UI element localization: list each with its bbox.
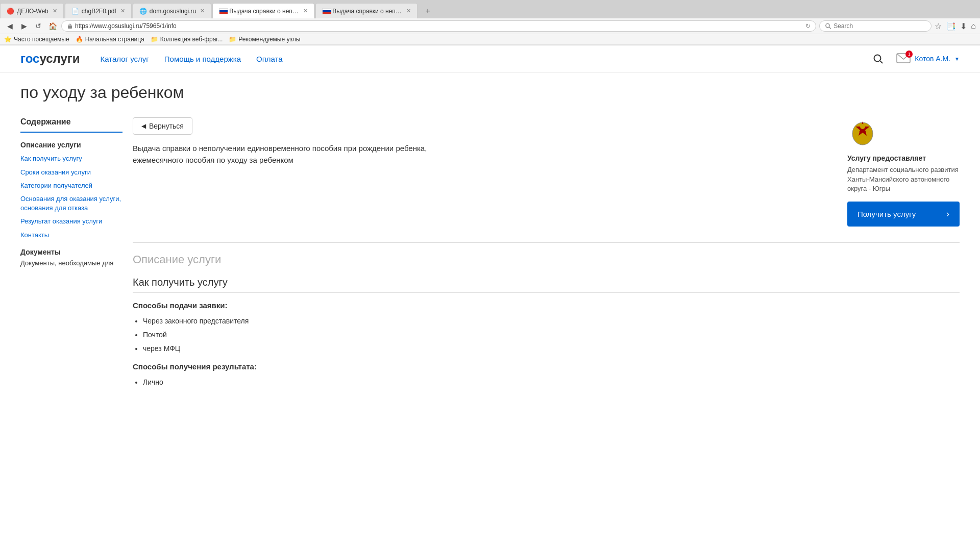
nav-bar: ◀ ▶ ↺ 🏠 ↻ ☆ 📑 ⬇ ⌂ <box>0 18 980 34</box>
bookmark-home[interactable]: 🔥 Начальная страница <box>76 36 144 43</box>
way-item-3: через МФЦ <box>143 343 960 354</box>
bookmark-collection[interactable]: 📁 Коллекция веб-фраг... <box>151 36 223 43</box>
svg-rect-0 <box>68 26 72 29</box>
sidebar-link-timing[interactable]: Сроки оказания услуги <box>20 168 122 177</box>
tab-icon-pdf: 📄 <box>71 8 79 15</box>
home-button[interactable]: 🏠 <box>47 20 58 32</box>
tab-close-second[interactable]: ✕ <box>406 8 411 14</box>
refresh-icon[interactable]: ↻ <box>805 22 811 30</box>
tab-close-delo[interactable]: ✕ <box>53 8 57 14</box>
logo-uslugi: услуги <box>39 52 80 65</box>
sidebar-docs-sub: Документы, необходимые для <box>20 259 122 267</box>
tab-icon-dom: 🌐 <box>139 8 146 15</box>
tab-second[interactable]: Выдача справки о непол... ✕ <box>315 3 418 18</box>
sidebar-docs-title: Документы <box>20 248 122 256</box>
svg-line-2 <box>829 27 831 29</box>
coat-of-arms-icon <box>847 117 878 148</box>
lock-icon <box>67 23 73 29</box>
bookmark-star-icon[interactable]: ☆ <box>935 21 942 31</box>
tab-icon-active <box>219 8 226 15</box>
tab-close-pdf[interactable]: ✕ <box>120 8 125 14</box>
svg-point-8 <box>860 124 865 129</box>
results-list: Лично <box>133 377 960 388</box>
tab-icon-delo: 🔴 <box>7 8 14 15</box>
search-bar[interactable] <box>819 20 932 32</box>
sidebar-section-title: Описание услуги <box>20 141 122 149</box>
browser-chrome: 🔴 ДЕЛО-Web ✕ 📄 chgB2F0.pdf ✕ 🌐 dom.gosus… <box>0 0 980 45</box>
sidebar-link-contacts[interactable]: Контакты <box>20 231 122 240</box>
site-header: госуслуги Каталог услуг Помощь и поддерж… <box>0 45 980 72</box>
download-icon[interactable]: ⬇ <box>960 21 967 31</box>
new-tab-button[interactable]: + <box>421 4 435 18</box>
page-content: госуслуги Каталог услуг Помощь и поддерж… <box>0 45 980 406</box>
tab-close-dom[interactable]: ✕ <box>200 8 205 14</box>
tab-active[interactable]: Выдача справки о непол... ✕ <box>212 3 314 18</box>
service-title-text: Выдача справки о неполучении единовремен… <box>133 143 449 166</box>
get-service-button[interactable]: Получить услугу › <box>847 202 960 227</box>
content-body: Описание услуги Как получить услугу Спос… <box>133 242 960 388</box>
notification-badge: 1 <box>905 51 913 58</box>
nav-help[interactable]: Помощь и поддержка <box>164 55 241 63</box>
logo-gos: гос <box>20 52 39 65</box>
svg-line-4 <box>880 61 883 64</box>
user-envelope: 1 <box>896 53 911 65</box>
tab-delo[interactable]: 🔴 ДЕЛО-Web ✕ <box>0 3 64 18</box>
tab-close-active[interactable]: ✕ <box>303 8 308 14</box>
way-item-1: Через законного представителя <box>143 316 960 327</box>
tab-title-second: Выдача справки о непол... <box>332 8 402 15</box>
site-search-button[interactable] <box>870 51 886 67</box>
tab-title-pdf: chgB2F0.pdf <box>82 8 116 15</box>
service-provider-title: Услугу предоставляет <box>847 154 960 162</box>
sidebar-link-grounds[interactable]: Основания для оказания услуги, основания… <box>20 194 122 213</box>
tab-icon-second <box>322 8 329 15</box>
bookmark-label-recommended: Рекомендуемые узлы <box>238 36 300 43</box>
user-name[interactable]: Котов А.М. <box>915 55 950 63</box>
tab-pdf[interactable]: 📄 chgB2F0.pdf ✕ <box>65 3 132 18</box>
result-label: Способы получения результата: <box>133 362 960 371</box>
address-bar-icons: ↻ <box>805 22 811 30</box>
get-service-arrow-icon: › <box>946 209 949 219</box>
forward-button[interactable]: ▶ <box>18 20 30 32</box>
page-wrapper: госуслуги Каталог услуг Помощь и поддерж… <box>0 45 980 549</box>
sidebar: Содержание Описание услуги Как получить … <box>20 117 133 396</box>
nav-catalog[interactable]: Каталог услуг <box>101 55 149 63</box>
bookmark-frequent[interactable]: ⭐ Часто посещаемые <box>4 36 69 43</box>
service-card: Услугу предоставляет Департамент социаль… <box>847 117 960 227</box>
hero-section: по уходу за ребенком <box>0 72 980 107</box>
bookmark-recommended[interactable]: 📁 Рекомендуемые узлы <box>229 36 300 43</box>
nav-payment[interactable]: Оплата <box>256 55 283 63</box>
tab-dom[interactable]: 🌐 dom.gosuslugi.ru ✕ <box>133 3 211 18</box>
get-service-label: Получить услугу <box>857 210 916 218</box>
site-logo[interactable]: госуслуги <box>20 52 80 66</box>
service-provider-logo <box>847 117 878 148</box>
reading-list-icon[interactable]: 📑 <box>946 21 956 31</box>
search-icon <box>825 22 831 30</box>
bookmark-icon-collection: 📁 <box>151 36 158 43</box>
search-input[interactable] <box>834 22 926 30</box>
ways-list: Через законного представителя Почтой чер… <box>133 316 960 354</box>
svg-point-3 <box>874 55 881 62</box>
bookmark-label-home: Начальная страница <box>85 36 144 43</box>
user-area[interactable]: 1 Котов А.М. ▼ <box>896 53 960 65</box>
bookmark-label-frequent: Часто посещаемые <box>14 36 69 43</box>
tab-title-dom: dom.gosuslugi.ru <box>150 8 196 15</box>
main-area: Содержание Описание услуги Как получить … <box>0 107 980 406</box>
back-button[interactable]: ◀ Вернуться <box>133 117 192 135</box>
back-button[interactable]: ◀ <box>4 20 15 32</box>
sidebar-link-result[interactable]: Результат оказания услуги <box>20 217 122 226</box>
content-area: ◀ Вернуться Выдача справки о неполучении… <box>133 117 960 396</box>
sidebar-link-categories[interactable]: Категории получателей <box>20 181 122 190</box>
home-nav-icon[interactable]: ⌂ <box>971 21 976 31</box>
section-title-main: Описание услуги <box>133 253 960 266</box>
address-bar[interactable]: ↻ <box>61 20 816 32</box>
reload-button[interactable]: ↺ <box>33 20 44 32</box>
service-header: ◀ Вернуться Выдача справки о неполучении… <box>133 117 960 227</box>
result-item-1: Лично <box>143 377 960 388</box>
bookmark-icon-frequent: ⭐ <box>4 36 12 43</box>
sidebar-link-how[interactable]: Как получить услугу <box>20 154 122 163</box>
address-input[interactable] <box>75 22 805 30</box>
bookmark-icon-home: 🔥 <box>76 36 83 43</box>
bookmarks-bar: ⭐ Часто посещаемые 🔥 Начальная страница … <box>0 34 980 45</box>
bookmark-icon-recommended: 📁 <box>229 36 236 43</box>
tab-title-delo: ДЕЛО-Web <box>17 8 48 15</box>
